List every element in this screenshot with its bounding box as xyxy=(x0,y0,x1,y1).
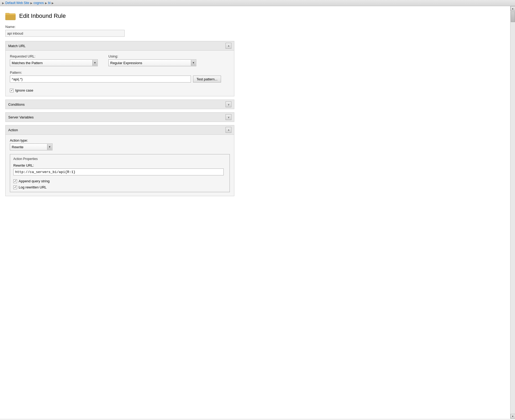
content-area: Edit Inbound Rule Name: Match URL ∧ Requ… xyxy=(0,6,510,419)
scroll-up-button[interactable]: ▲ xyxy=(510,6,515,11)
scroll-down-button[interactable]: ▼ xyxy=(510,414,515,419)
action-type-select-wrapper: Rewrite ▼ xyxy=(10,143,52,150)
test-pattern-button[interactable]: Test pattern... xyxy=(193,76,221,83)
conditions-header[interactable]: Conditions ∨ xyxy=(6,100,234,109)
match-url-chevron[interactable]: ∧ xyxy=(226,43,231,49)
log-rewritten-url-checkbox[interactable]: ✓ xyxy=(13,186,17,189)
server-variables-panel: Server Variables ∨ xyxy=(5,112,234,122)
action-properties-group: Action Properties Rewrite URL: ✓ Append … xyxy=(10,154,230,192)
log-rewritten-url-row: ✓ Log rewritten URL xyxy=(13,185,226,189)
breadcrumb-arrow-1: ▶ xyxy=(30,2,32,5)
scrollbar: ▲ ▼ xyxy=(510,6,515,419)
action-title: Action xyxy=(8,128,18,132)
breadcrumb-arrow-start: ▶ xyxy=(2,2,4,5)
match-url-panel: Match URL ∧ Requested URL: Matches the P… xyxy=(5,41,234,96)
breadcrumb-bar: ▶ Default Web Site ▶ cognos ▶ bi ▶ xyxy=(0,0,515,6)
ignore-case-row: ✓ Ignore case xyxy=(10,88,230,92)
name-input[interactable] xyxy=(5,30,125,37)
conditions-chevron[interactable]: ∨ xyxy=(226,101,231,107)
scroll-thumb[interactable] xyxy=(511,11,515,22)
append-query-string-checkbox[interactable]: ✓ xyxy=(13,179,17,183)
breadcrumb-default-web-site[interactable]: Default Web Site xyxy=(5,1,29,5)
action-type-row: Action type: Rewrite ▼ xyxy=(10,138,230,150)
breadcrumb-cognos[interactable]: cognos xyxy=(34,1,44,5)
match-url-title: Match URL xyxy=(8,44,26,48)
action-type-label: Action type: xyxy=(10,138,230,142)
server-variables-title: Server Variables xyxy=(8,115,34,119)
breadcrumb-arrow-2: ▶ xyxy=(45,2,47,5)
match-url-header[interactable]: Match URL ∧ xyxy=(6,41,234,51)
ignore-case-checkbox[interactable]: ✓ xyxy=(10,89,14,92)
main-container: Edit Inbound Rule Name: Match URL ∧ Requ… xyxy=(0,6,515,419)
pattern-field: Pattern: Test pattern... xyxy=(10,71,230,86)
checkbox-group: ✓ Append query string ✓ Log rewritten UR… xyxy=(13,179,226,189)
rewrite-url-input[interactable] xyxy=(13,168,224,175)
page-header: Edit Inbound Rule xyxy=(5,11,505,20)
name-field-group: Name: xyxy=(5,25,505,37)
folder-icon xyxy=(5,11,16,20)
append-query-string-label: Append query string xyxy=(19,179,50,183)
using-select[interactable]: Regular Expressions xyxy=(108,59,196,66)
requested-url-select[interactable]: Matches the Pattern xyxy=(10,59,98,66)
using-select-wrapper: Regular Expressions ▼ xyxy=(108,59,196,66)
append-query-string-row: ✓ Append query string xyxy=(13,179,226,183)
action-header[interactable]: Action ∧ xyxy=(6,125,234,135)
server-variables-chevron[interactable]: ∨ xyxy=(226,114,231,120)
pattern-label: Pattern: xyxy=(10,71,230,75)
breadcrumb-bi[interactable]: bi xyxy=(48,1,51,5)
requested-url-label: Requested URL: xyxy=(10,54,98,58)
conditions-title: Conditions xyxy=(8,102,24,106)
scroll-track[interactable] xyxy=(510,11,515,414)
log-rewritten-url-label: Log rewritten URL xyxy=(19,185,47,189)
page-title: Edit Inbound Rule xyxy=(19,13,66,19)
action-chevron[interactable]: ∧ xyxy=(226,127,231,133)
pattern-input[interactable] xyxy=(10,76,191,83)
ignore-case-checkmark: ✓ xyxy=(11,89,13,92)
action-content: Action type: Rewrite ▼ Action Properties… xyxy=(6,135,234,196)
rewrite-url-label: Rewrite URL: xyxy=(13,163,226,167)
server-variables-header[interactable]: Server Variables ∨ xyxy=(6,113,234,122)
requested-url-select-wrapper: Matches the Pattern ▼ xyxy=(10,59,98,66)
append-query-string-checkmark: ✓ xyxy=(14,180,17,183)
requested-url-field: Requested URL: Matches the Pattern ▼ xyxy=(10,54,98,66)
breadcrumb-arrow-end: ▶ xyxy=(52,2,54,5)
pattern-row: Test pattern... xyxy=(10,76,230,83)
ignore-case-label: Ignore case xyxy=(15,88,33,92)
match-url-content: Requested URL: Matches the Pattern ▼ Usi… xyxy=(6,51,234,96)
using-field: Using: Regular Expressions ▼ xyxy=(108,54,196,66)
action-panel: Action ∧ Action type: Rewrite ▼ Action xyxy=(5,125,234,196)
match-url-row: Requested URL: Matches the Pattern ▼ Usi… xyxy=(10,54,230,66)
action-properties-legend: Action Properties xyxy=(13,157,226,161)
using-label: Using: xyxy=(108,54,196,58)
log-rewritten-url-checkmark: ✓ xyxy=(14,186,17,189)
conditions-panel: Conditions ∨ xyxy=(5,100,234,109)
name-label: Name: xyxy=(5,25,505,29)
action-type-select[interactable]: Rewrite xyxy=(10,143,52,150)
